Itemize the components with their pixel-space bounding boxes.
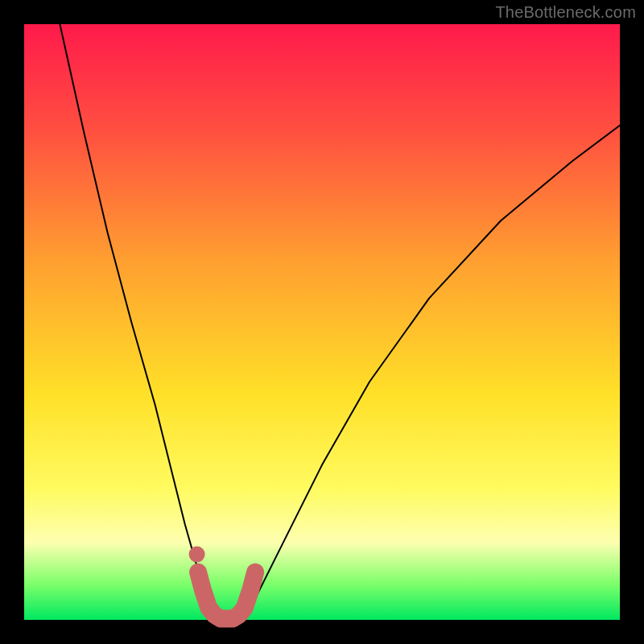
bottleneck-curve (60, 24, 620, 620)
watermark-text: TheBottleneck.com (495, 3, 636, 22)
chart-frame (24, 24, 620, 620)
chart-svg (24, 24, 620, 620)
highlight-arc (198, 572, 255, 619)
highlight-dot (189, 547, 205, 563)
